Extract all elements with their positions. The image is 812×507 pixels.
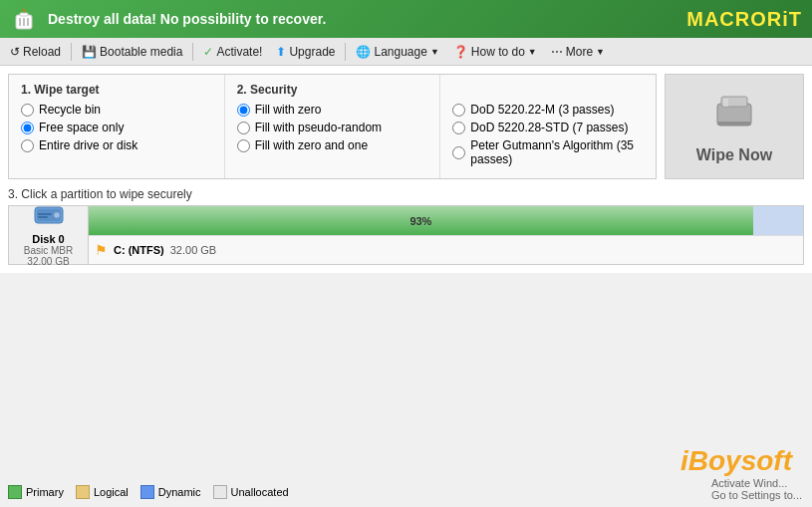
unallocated-color-box <box>213 485 227 499</box>
dynamic-label: Dynamic <box>158 486 201 498</box>
wipe-target-section: 1. Wipe target Recycle bin Free space on… <box>9 75 225 178</box>
gutmann-radio[interactable] <box>452 146 465 159</box>
gutmann-option[interactable]: Peter Gutmann's Algorithm (35 passes) <box>452 138 644 166</box>
disk-drive-icon <box>34 204 64 231</box>
options-wipe-row: 1. Wipe target Recycle bin Free space on… <box>8 74 804 179</box>
toolbar-separator-2 <box>192 43 193 61</box>
activate-windows-notice: Activate Wind... Go to Settings to... <box>711 477 802 501</box>
logical-color-box <box>76 485 90 499</box>
section3-container: 3. Click a partition to wipe securely <box>8 187 804 201</box>
disk-name: Disk 0 <box>32 233 64 245</box>
recycle-bin-label: Recycle bin <box>39 103 101 117</box>
security-section-col1: 2. Security Fill with zero Fill with pse… <box>225 75 441 178</box>
activate-line1: Activate Wind... <box>711 477 802 489</box>
brand-text-main: MACROR <box>686 8 782 30</box>
fill-zero-option[interactable]: Fill with zero <box>237 103 428 117</box>
gutmann-label: Peter Gutmann's Algorithm (35 passes) <box>470 138 644 166</box>
fill-zero-label: Fill with zero <box>255 103 322 117</box>
activate-label: Activate! <box>216 45 262 59</box>
partition-fill-bar: 93% <box>89 206 753 235</box>
legend-unallocated: Unallocated <box>213 485 289 499</box>
activate-line2: Go to Settings to... <box>711 489 802 501</box>
iboysoft-text: Boysoft <box>688 445 792 476</box>
partition-bar-row[interactable]: 93% <box>89 206 803 236</box>
partition-c-icon: ⚑ <box>95 242 108 258</box>
free-space-option[interactable]: Free space only <box>21 121 212 134</box>
dod-3-radio[interactable] <box>452 104 465 117</box>
dod-3-option[interactable]: DoD 5220.22-M (3 passes) <box>452 103 644 117</box>
free-space-radio[interactable] <box>21 122 34 134</box>
iboysoft-watermark: iBoysoft <box>680 445 792 477</box>
disk-info: Disk 0 Basic MBR 32.00 GB <box>9 206 89 264</box>
activate-button[interactable]: ✓ Activate! <box>197 43 268 61</box>
free-space-label: Free space only <box>39 121 124 134</box>
wipe-eraser-icon <box>709 89 759 142</box>
unallocated-label: Unallocated <box>231 486 289 498</box>
legend-primary: Primary <box>8 485 64 499</box>
activate-icon: ✓ <box>203 45 213 59</box>
dynamic-color-box <box>140 485 154 499</box>
upgrade-label: Upgrade <box>289 45 335 59</box>
partition-percent: 93% <box>409 215 431 227</box>
svg-rect-8 <box>723 99 728 107</box>
partition-unallocated-bar <box>753 206 803 235</box>
more-icon: ⋯ <box>551 45 563 59</box>
bootable-label: Bootable media <box>100 45 182 59</box>
language-icon: 🌐 <box>356 45 371 59</box>
partition-name: C: (NTFS) <box>114 244 164 256</box>
primary-label: Primary <box>26 486 64 498</box>
logical-label: Logical <box>94 486 129 498</box>
partition-size: 32.00 GB <box>170 244 216 256</box>
dod-7-option[interactable]: DoD 5220.28-STD (7 passes) <box>452 121 644 134</box>
brand-logo: MACRORiT <box>686 8 802 31</box>
entire-drive-label: Entire drive or disk <box>39 138 137 152</box>
fill-zero-one-option[interactable]: Fill with zero and one <box>237 138 428 152</box>
app-header: Destroy all data! No possibility to reco… <box>0 0 812 38</box>
legend: Primary Logical Dynamic Unallocated <box>8 485 289 499</box>
reload-label: Reload <box>23 45 61 59</box>
toolbar-separator-3 <box>345 43 346 61</box>
fill-zero-radio[interactable] <box>237 104 250 117</box>
more-label: More <box>566 45 593 59</box>
partition-area: 93% ⚑ C: (NTFS) 32.00 GB <box>89 206 803 264</box>
fill-zero-one-label: Fill with zero and one <box>255 138 368 152</box>
language-button[interactable]: 🌐 Language <box>350 43 444 61</box>
fill-pseudo-option[interactable]: Fill with pseudo-random <box>237 121 428 134</box>
legend-logical: Logical <box>76 485 129 499</box>
fill-zero-one-radio[interactable] <box>237 139 250 152</box>
section3-label: 3. Click a partition to wipe securely <box>8 187 192 201</box>
iboysoft-i: i <box>680 445 688 476</box>
security-section-col2: 2. Security DoD 5220.22-M (3 passes) DoD… <box>440 75 656 178</box>
disk-size: 32.00 GB <box>27 256 69 267</box>
entire-drive-radio[interactable] <box>21 139 34 152</box>
upgrade-icon: ⬆ <box>276 45 286 59</box>
howto-icon: ❓ <box>453 45 468 59</box>
wipe-target-heading: 1. Wipe target <box>21 83 212 97</box>
more-button[interactable]: ⋯ More <box>545 43 611 61</box>
primary-color-box <box>8 485 22 499</box>
bootable-media-button[interactable]: 💾 Bootable media <box>76 43 188 61</box>
wipe-now-button[interactable]: Wipe Now <box>665 74 804 179</box>
reload-icon <box>10 45 20 59</box>
svg-rect-12 <box>38 213 52 215</box>
how-to-do-button[interactable]: ❓ How to do <box>447 43 543 61</box>
fill-pseudo-radio[interactable] <box>237 122 250 134</box>
entire-drive-option[interactable]: Entire drive or disk <box>21 138 212 152</box>
recycle-bin-radio[interactable] <box>21 104 34 117</box>
disk-type: Basic MBR <box>24 245 73 256</box>
fill-pseudo-label: Fill with pseudo-random <box>255 121 382 134</box>
main-toolbar: Reload 💾 Bootable media ✓ Activate! ⬆ Up… <box>0 38 812 66</box>
svg-rect-13 <box>38 216 48 218</box>
upgrade-button[interactable]: ⬆ Upgrade <box>270 43 341 61</box>
dod-7-label: DoD 5220.28-STD (7 passes) <box>470 121 628 134</box>
dod-7-radio[interactable] <box>452 122 465 134</box>
svg-point-11 <box>54 212 60 218</box>
reload-button[interactable]: Reload <box>4 43 67 61</box>
recycle-bin-option[interactable]: Recycle bin <box>21 103 212 117</box>
header-warning-text: Destroy all data! No possibility to reco… <box>48 11 686 27</box>
howto-label: How to do <box>471 45 525 59</box>
main-content: 1. Wipe target Recycle bin Free space on… <box>0 66 812 273</box>
partition-label-row[interactable]: ⚑ C: (NTFS) 32.00 GB <box>89 236 803 264</box>
disk-panel: Disk 0 Basic MBR 32.00 GB 93% ⚑ C: (NTFS… <box>8 205 804 265</box>
bootable-icon: 💾 <box>82 45 97 59</box>
